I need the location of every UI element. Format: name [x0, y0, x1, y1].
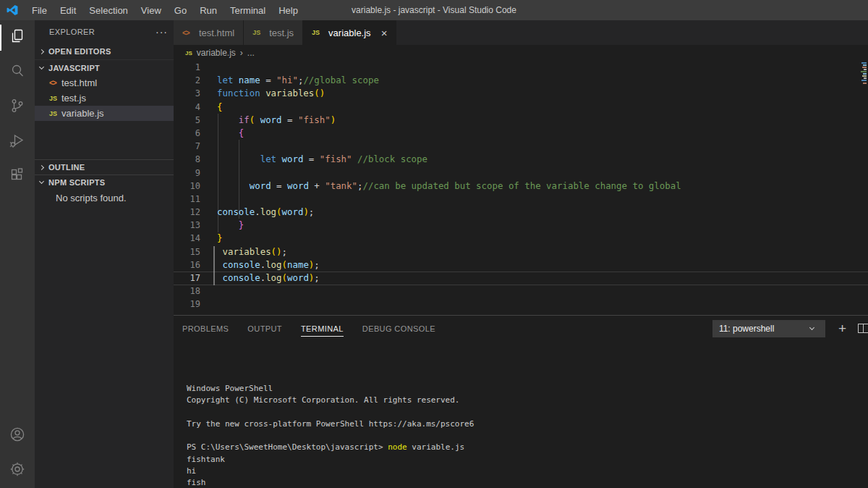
code-line[interactable]: 7: [174, 140, 868, 153]
code-text: }: [200, 219, 244, 232]
new-terminal-button[interactable]: +: [838, 321, 846, 335]
menu-file[interactable]: File: [25, 5, 54, 16]
code-line[interactable]: 17 console.log(word);: [174, 272, 868, 285]
terminal-select-value: 11: powershell: [719, 324, 775, 334]
code-token: =: [271, 180, 287, 191]
code-line[interactable]: 18: [174, 285, 868, 298]
js-file-icon: JS: [252, 29, 265, 36]
minimap-code-mark: [861, 71, 867, 72]
tab-test.js[interactable]: JStest.js: [244, 20, 303, 45]
breadcrumb-more[interactable]: ...: [247, 48, 255, 58]
code-token: function: [217, 88, 260, 98]
menu-go[interactable]: Go: [168, 5, 193, 16]
code-text: console.log(word);: [200, 206, 314, 219]
code-token: ;: [314, 272, 319, 283]
terminal-text: hi: [187, 466, 196, 476]
js-file-icon: JS: [49, 110, 61, 117]
line-number: 14: [174, 232, 200, 245]
activity-extensions-button[interactable]: [0, 159, 35, 194]
activity-search-button[interactable]: [0, 55, 35, 90]
menu-edit[interactable]: Edit: [54, 5, 82, 16]
activity-explorer-button[interactable]: [0, 20, 35, 55]
code-line[interactable]: 4{: [174, 101, 868, 114]
code-line[interactable]: 14}: [174, 232, 868, 245]
code-line[interactable]: 13 }: [174, 219, 868, 232]
panel-tabs: PROBLEMSOUTPUTTERMINALDEBUG CONSOLE: [182, 321, 454, 337]
code-token: word: [287, 180, 309, 191]
tab-test.html[interactable]: <>test.html: [174, 20, 244, 45]
line-number: 18: [174, 285, 200, 298]
breadcrumb-file[interactable]: variable.js: [197, 48, 236, 58]
more-actions-icon[interactable]: ···: [156, 26, 168, 38]
minimap-code-mark: [861, 80, 867, 81]
code-text: let word = "fish" //block scope: [200, 153, 427, 166]
close-icon[interactable]: ×: [381, 27, 388, 39]
panel-tab-problems[interactable]: PROBLEMS: [182, 321, 229, 337]
code-token: "fish": [298, 114, 331, 125]
git-branch-icon: [9, 97, 26, 117]
sidebar-title: EXPLORER: [49, 28, 95, 36]
section-open-editors[interactable]: OPEN EDITORS: [35, 43, 174, 59]
tab-variable.js[interactable]: JSvariable.js×: [303, 20, 396, 45]
minimap-code-mark: [864, 69, 867, 70]
files-icon: [9, 28, 26, 48]
code-text: variables();: [200, 245, 287, 258]
menu-run[interactable]: Run: [193, 5, 224, 16]
terminal-instance-select[interactable]: 11: powershell: [712, 320, 825, 337]
code-line[interactable]: 9: [174, 167, 868, 180]
menu-view[interactable]: View: [135, 5, 168, 16]
section-npm-scripts[interactable]: NPM SCRIPTS: [35, 174, 174, 190]
code-token: =: [303, 153, 319, 164]
account-button[interactable]: [0, 418, 35, 453]
panel-controls: 11: powershell +: [712, 320, 864, 337]
code-token: console: [222, 259, 260, 270]
code-line[interactable]: 10 word = word + "tank";//can be updated…: [174, 180, 868, 193]
code-line[interactable]: 1: [174, 61, 868, 74]
code-token: name: [239, 75, 260, 85]
code-token: [217, 127, 239, 138]
section-outline[interactable]: OUTLINE: [35, 159, 174, 174]
workbench: EXPLORER ··· OPEN EDITORS JAVASCRIPT <>t…: [0, 20, 868, 488]
breadcrumb[interactable]: JS variable.js › ...: [174, 45, 868, 61]
minimap[interactable]: [859, 61, 868, 315]
breadcrumb-separator: ›: [240, 48, 243, 58]
code-token: if: [239, 114, 250, 125]
code-line[interactable]: 8 let word = "fish" //block scope: [174, 153, 868, 166]
code-line[interactable]: 5 if( word = "fish"): [174, 114, 868, 127]
menu-terminal[interactable]: Terminal: [224, 5, 272, 16]
settings-button[interactable]: [0, 453, 35, 488]
panel-tab-output[interactable]: OUTPUT: [247, 321, 282, 337]
code-token: console: [222, 272, 260, 283]
code-text: [200, 167, 217, 180]
file-item-test.html[interactable]: <>test.html: [35, 75, 174, 91]
terminal-text: Try the new cross-platform PowerShell ht…: [187, 419, 474, 429]
file-item-variable.js[interactable]: JSvariable.js: [35, 106, 174, 121]
code-token: ;: [309, 206, 314, 217]
activity-source-control-button[interactable]: [0, 90, 35, 125]
code-line[interactable]: 15 variables();: [174, 245, 868, 258]
chevron-right-icon: [39, 164, 44, 169]
section-label: OUTLINE: [48, 163, 85, 172]
code-token: [217, 153, 260, 164]
code-line[interactable]: 16 console.log(name);: [174, 258, 868, 272]
activity-run-debug-button[interactable]: [0, 125, 35, 159]
code-line[interactable]: 12console.log(word);: [174, 206, 868, 219]
code-editor[interactable]: 12let name = "hi";//global scope3functio…: [174, 61, 868, 315]
code-token: "fish": [320, 153, 352, 164]
code-line[interactable]: 3function variables(): [174, 87, 868, 100]
terminal-text: Windows PowerShell: [187, 384, 273, 393]
code-line[interactable]: 6 {: [174, 127, 868, 140]
file-item-test.js[interactable]: JStest.js: [35, 91, 174, 106]
code-line[interactable]: 19: [174, 298, 868, 311]
panel-tab-terminal[interactable]: TERMINAL: [301, 321, 344, 337]
split-terminal-button[interactable]: [858, 324, 868, 333]
panel-tab-debug-console[interactable]: DEBUG CONSOLE: [362, 321, 435, 337]
section-folder-javascript[interactable]: JAVASCRIPT: [35, 59, 174, 75]
menu-help[interactable]: Help: [272, 5, 305, 16]
code-token: let: [217, 75, 233, 85]
terminal-output[interactable]: Windows PowerShellCopyright (C) Microsof…: [174, 341, 868, 488]
tree-spacer: [35, 121, 174, 159]
code-line[interactable]: 2let name = "hi";//global scope: [174, 74, 868, 87]
code-line[interactable]: 11: [174, 193, 868, 206]
menu-selection[interactable]: Selection: [82, 5, 134, 16]
